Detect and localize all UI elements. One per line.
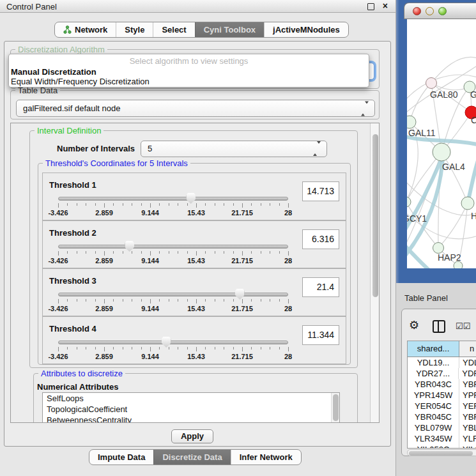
- slider-thumb[interactable]: [162, 337, 171, 348]
- node-hap2[interactable]: [433, 243, 444, 254]
- table-horizontal-scrollbar-thumb[interactable]: [409, 451, 473, 456]
- tick-label: 9.144: [141, 353, 159, 360]
- column-layout-icon[interactable]: [433, 320, 445, 333]
- node-gcy1[interactable]: [407, 197, 411, 207]
- table-header-row: shared... n: [408, 341, 476, 357]
- tick-mark: [178, 299, 178, 302]
- table-horizontal-scrollbar[interactable]: [407, 449, 476, 456]
- tick-mark: [288, 251, 289, 256]
- threshold-slider[interactable]: -3.4262.8599.14415.4321.71528: [58, 196, 288, 220]
- tick-label: 2.859: [95, 257, 113, 265]
- tick-mark: [270, 203, 270, 206]
- tick-mark: [150, 347, 151, 351]
- threshold-value-field[interactable]: 6.316: [302, 229, 339, 249]
- dropdown-prompt-item[interactable]: Select algorithm to view settings: [9, 56, 369, 67]
- tick-mark: [150, 251, 151, 256]
- network-window-titlebar[interactable]: [404, 3, 476, 19]
- attributes-group-title: Attributes to discretize: [38, 369, 125, 378]
- node-gal4[interactable]: [433, 143, 450, 161]
- tick-mark: [288, 299, 289, 303]
- tab-jactivemnodules[interactable]: jActiveMNodules: [264, 22, 348, 37]
- threshold-value-field[interactable]: 11.344: [302, 325, 339, 345]
- settings-scrollbar-thumb[interactable]: [372, 134, 378, 297]
- table-data-combobox[interactable]: galFiltered.sif default node: [16, 100, 375, 117]
- tick-mark: [270, 251, 270, 254]
- tick-mark: [67, 251, 68, 254]
- tick-label: 2.859: [95, 353, 113, 360]
- attributes-scrollbar-thumb[interactable]: [333, 394, 339, 421]
- settings-vertical-scrollbar[interactable]: [370, 123, 379, 422]
- number-of-intervals-combobox[interactable]: 5: [141, 141, 327, 157]
- table-data-group: Table Data galFiltered.sif default node: [10, 90, 380, 119]
- tab-network[interactable]: Network: [55, 22, 116, 37]
- zoom-window-icon[interactable]: [438, 7, 447, 15]
- table-row[interactable]: YDL19...YDL1: [408, 357, 476, 368]
- column-header-name[interactable]: n: [459, 341, 476, 357]
- numerical-attribute-item[interactable]: TopologicalCoefficient: [43, 404, 339, 415]
- threshold-value-field[interactable]: 14.713: [302, 181, 339, 201]
- tick-mark: [123, 203, 123, 206]
- cell-name: YDR2: [459, 368, 476, 379]
- tick-mark: [141, 251, 142, 254]
- tick-mark: [178, 251, 178, 254]
- tick-mark: [251, 203, 252, 206]
- threshold-value-field[interactable]: 21.4: [302, 277, 339, 297]
- threshold-row: Threshold 2-3.4262.8599.14415.4321.71528…: [42, 220, 346, 268]
- algorithm-dropdown-popup: Select algorithm to view settings Manual…: [8, 54, 369, 88]
- tab-cyni-toolbox[interactable]: Cyni Toolbox: [195, 22, 264, 37]
- top-tab-bar: Network Style Select Cyni Toolbox jActiv…: [54, 22, 349, 38]
- slider-thumb[interactable]: [235, 289, 245, 300]
- label-c-partial: C: [471, 115, 476, 125]
- network-canvas[interactable]: GAL80 GA C GAL11 GAL4 GCY1 H HAP2: [407, 19, 476, 268]
- gear-icon[interactable]: ⚙: [409, 318, 419, 332]
- table-row[interactable]: YBR043CYBR0: [408, 379, 476, 390]
- combo-stepper-icon: [361, 100, 369, 116]
- dropdown-item-equal-width-frequency[interactable]: Equal Width/Frequency Discretization: [9, 77, 369, 86]
- table-row[interactable]: YBL079WYBL0: [408, 422, 476, 433]
- node-gal80[interactable]: [426, 78, 437, 89]
- close-window-icon[interactable]: [413, 7, 421, 15]
- apply-button[interactable]: Apply: [171, 429, 213, 443]
- tick-mark: [261, 203, 261, 206]
- tab-select[interactable]: Select: [153, 22, 194, 37]
- table-row[interactable]: YIL052CYIL0: [408, 444, 476, 449]
- column-header-shared-name[interactable]: shared...: [408, 341, 459, 357]
- float-window-icon[interactable]: [367, 3, 374, 10]
- node-h[interactable]: [461, 197, 474, 210]
- table-row[interactable]: YLR345WYLR3: [408, 433, 476, 444]
- threshold-slider[interactable]: -3.4262.8599.14415.4321.71528: [58, 291, 288, 316]
- numerical-attributes-list[interactable]: SelfLoopsTopologicalCoefficientBetweenne…: [42, 392, 340, 423]
- tick-mark: [169, 203, 169, 206]
- table-row[interactable]: YER054CYER0: [408, 401, 476, 411]
- dropdown-item-manual-discretization[interactable]: Manual Discretization: [9, 67, 369, 77]
- tab-impute-data[interactable]: Impute Data: [89, 450, 153, 464]
- table-row[interactable]: YBR045CYBR0: [408, 411, 476, 422]
- slider-thumb[interactable]: [125, 241, 134, 252]
- threshold-slider[interactable]: -3.4262.8599.14415.4321.71528: [58, 339, 288, 364]
- table-row[interactable]: YDR27...YDR2: [408, 368, 476, 379]
- slider-thumb[interactable]: [186, 193, 196, 204]
- table-row[interactable]: YPR145WYPR1: [408, 390, 476, 401]
- tick-mark: [242, 251, 243, 256]
- tick-mark: [270, 347, 270, 349]
- attributes-scrollbar[interactable]: [331, 393, 339, 423]
- tab-discretize-data-label: Discretize Data: [162, 452, 222, 462]
- tick-mark: [279, 203, 280, 206]
- numerical-attribute-item[interactable]: BetweennessCentrality: [43, 415, 339, 423]
- numerical-attribute-item[interactable]: SelfLoops: [43, 393, 339, 404]
- tab-impute-data-label: Impute Data: [98, 452, 145, 462]
- tick-mark: [104, 347, 105, 351]
- tab-infer-network[interactable]: Infer Network: [231, 450, 301, 464]
- close-icon[interactable]: ×: [383, 1, 388, 11]
- tab-discretize-data[interactable]: Discretize Data: [153, 450, 230, 464]
- tick-mark: [123, 347, 123, 349]
- cell-shared-name: YIL052C: [408, 444, 459, 449]
- slider-tick-labels: -3.4262.8599.14415.4321.71528: [58, 209, 288, 217]
- control-panel-titlebar: Control Panel ×: [0, 0, 395, 13]
- select-columns-icon[interactable]: ☑☑: [456, 321, 470, 331]
- threshold-row: Threshold 3-3.4262.8599.14415.4321.71528…: [42, 268, 346, 316]
- tick-mark: [187, 251, 188, 254]
- tab-style[interactable]: Style: [116, 22, 153, 37]
- minimize-window-icon[interactable]: [426, 7, 434, 15]
- threshold-slider[interactable]: -3.4262.8599.14415.4321.71528: [58, 243, 288, 268]
